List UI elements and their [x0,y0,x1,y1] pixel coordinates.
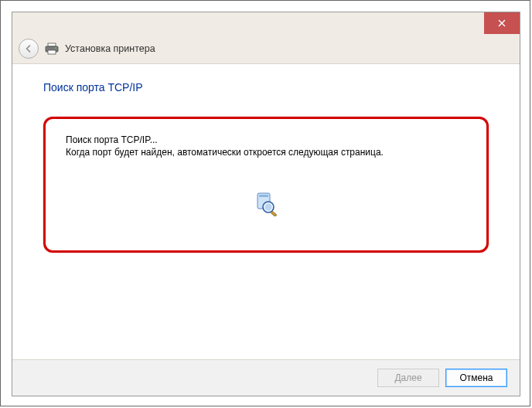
svg-rect-2 [48,43,56,46]
close-button[interactable] [484,12,520,34]
footer-bar: Далее Отмена [12,359,520,396]
titlebar [12,12,520,34]
printer-icon [45,42,59,55]
next-button: Далее [377,369,439,387]
svg-point-9 [265,204,272,211]
searching-icon [253,190,279,216]
svg-point-5 [55,47,56,49]
svg-rect-4 [48,50,56,54]
status-panel: Поиск порта TCP/IP... Когда порт будет н… [43,117,489,253]
screenshot-frame: Установка принтера Поиск порта TCP/IP По… [0,0,530,406]
status-line-2: Когда порт будет найден, автоматически о… [66,147,466,158]
page-heading: Поиск порта TCP/IP [43,81,489,94]
svg-rect-10 [271,211,277,216]
content-area: Поиск порта TCP/IP Поиск порта TCP/IP...… [12,64,520,359]
close-icon [498,19,506,27]
search-animation [66,190,466,216]
svg-rect-7 [259,195,268,197]
header-bar: Установка принтера [12,34,520,64]
status-line-1: Поиск порта TCP/IP... [66,134,466,145]
window-title: Установка принтера [65,43,155,54]
back-arrow-icon [24,44,33,53]
back-button[interactable] [19,39,39,59]
wizard-window: Установка принтера Поиск порта TCP/IP По… [12,12,520,396]
cancel-button[interactable]: Отмена [445,369,507,387]
